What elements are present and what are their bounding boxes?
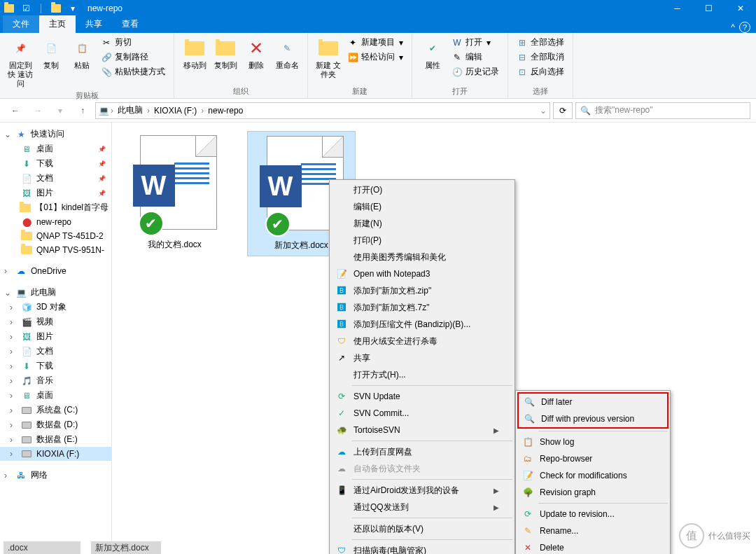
sm-updaterev[interactable]: ⟳Update to revision... [517,506,668,522]
dropdown-icon[interactable]: ⌄ [540,106,547,116]
cm-addzip[interactable]: 🅱添加到"新加文档.zip" [331,282,513,299]
maximize-button[interactable]: ☐ [693,0,724,16]
pasteshortcut-button[interactable]: 📎粘贴快捷方式 [98,65,168,78]
sidebar-thispc[interactable]: ⌄💻此电脑 [0,285,111,300]
back-button[interactable]: ← [6,102,25,119]
crumb-drive[interactable]: KIOXIA (F:) [151,106,200,116]
sidebar-pictures2[interactable]: ›🖼图片 [0,329,111,344]
cm-tortoisesvn[interactable]: 🐢TortoiseSVN▶ [331,422,513,438]
selectall-button[interactable]: ⊞全部选择 [514,36,567,49]
cm-meitu[interactable]: 使用美图秀秀编辑和美化 [331,249,513,265]
tab-share[interactable]: 共享 [76,15,112,33]
word-doc-icon: W ✔ [133,135,217,233]
check-icon[interactable]: ☑ [21,4,31,13]
edit-button[interactable]: ✎编辑 [449,50,502,64]
up-button[interactable]: ↑ [73,102,92,119]
history-button[interactable]: 🕘历史记录 [449,65,502,78]
cm-notepad3[interactable]: 📝Open with Notepad3 [331,265,513,282]
sidebar-kindel[interactable]: 【01】kindel首字母 [0,200,111,215]
selectnone-button[interactable]: ⊟全部取消 [514,50,567,64]
newfolder-button[interactable]: 新建 文件夹 [314,36,343,81]
sidebar-sysdisk[interactable]: ›系统盘 (C:) [0,403,111,417]
cm-airdroid[interactable]: 📱通过AirDroid发送到我的设备▶ [331,482,513,499]
paste-button[interactable]: 📋粘贴 [67,36,97,71]
crumb-folder[interactable]: new-repo [205,106,246,116]
sm-showlog[interactable]: 📋Show log [517,434,668,450]
folder-icon [4,4,14,13]
properties-button[interactable]: ✔属性 [418,36,447,71]
sidebar-datadisk1[interactable]: ›数据盘 (D:) [0,417,111,432]
copypath-button[interactable]: 🔗复制路径 [98,50,168,64]
sidebar-downloads[interactable]: ⬇下载📌 [0,156,111,171]
invert-button[interactable]: ⊡反向选择 [514,65,567,78]
sidebar-desktop[interactable]: 🖥桌面📌 [0,141,111,156]
cm-qq[interactable]: 通过QQ发送到▶ [331,499,513,515]
cm-share[interactable]: ↗共享 [331,349,513,366]
cm-restore[interactable]: 还原以前的版本(V) [331,520,513,537]
sidebar-kioxia[interactable]: ›KIOXIA (F:) [0,447,111,461]
copyto-button[interactable]: 复制到 [211,36,240,71]
cm-svncommit[interactable]: ✓SVN Commit... [331,405,513,422]
tab-view[interactable]: 查看 [112,15,148,33]
tab-file[interactable]: 文件 [3,15,39,33]
moveto-button[interactable]: 移动到 [180,36,209,71]
cm-baidu[interactable]: ☁上传到百度网盘 [331,443,513,460]
copy-button[interactable]: 📄复制 [36,36,66,71]
sm-delete[interactable]: ✕Delete [517,539,668,554]
sidebar-qnap2[interactable]: QNAP TVS-951N- [0,243,111,257]
sm-difflater[interactable]: 🔍Diff later [519,394,667,410]
sm-revgraph[interactable]: 🌳Revision graph [517,484,668,501]
help-icon[interactable]: ? [739,22,750,33]
cm-print[interactable]: 打印(P) [331,232,513,249]
cm-edit[interactable]: 编辑(E) [331,198,513,215]
sidebar-network[interactable]: ›🖧网络 [0,468,111,483]
open-button[interactable]: W打开▾ [449,36,502,49]
folder-open-icon[interactable] [51,4,61,13]
sm-repobrowser[interactable]: 🗂Repo-browser [517,450,668,467]
cm-scanvirus[interactable]: 🛡扫描病毒(电脑管家) [331,542,513,554]
cm-open[interactable]: 打开(O) [331,181,513,198]
sidebar-datadisk2[interactable]: ›数据盘 (E:) [0,432,111,447]
forward-button[interactable]: → [28,102,48,119]
crumb-thispc[interactable]: 此电脑 [115,104,146,116]
breadcrumb[interactable]: 💻 › 此电脑 › KIOXIA (F:) › new-repo ⌄ [95,102,550,119]
file-item-1[interactable]: W ✔ 我的文档.docx [120,131,229,255]
collapse-ribbon-icon[interactable]: ^ [731,22,735,32]
sidebar-3d[interactable]: ›🧊3D 对象 [0,300,111,314]
cm-new[interactable]: 新建(N) [331,215,513,232]
tab-home[interactable]: 主页 [39,15,76,33]
sidebar-qnap1[interactable]: QNAP TS-451D-2 [0,229,111,243]
cm-svnupdate[interactable]: ⟳SVN Update [331,388,513,405]
delete-button[interactable]: ✕删除 [241,36,271,71]
cm-bandizip[interactable]: 🅱添加到压缩文件 (Bandizip)(B)... [331,316,513,333]
minimize-button[interactable]: ─ [662,0,693,16]
sidebar-quickaccess[interactable]: ⌄★快速访问 [0,127,111,141]
pc-icon: 💻 [99,106,109,116]
sidebar-documents2[interactable]: ›📄文档 [0,344,111,359]
recent-button[interactable]: ▾ [50,102,70,119]
cm-huorong[interactable]: 🛡使用火绒安全进行杀毒 [331,333,513,349]
pin-button[interactable]: 📌固定到快 速访问 [6,36,35,90]
sidebar-music[interactable]: ›🎵音乐 [0,373,111,388]
cm-add7z[interactable]: 🅱添加到"新加文档.7z" [331,299,513,316]
sm-rename[interactable]: ✎Rename... [517,522,668,539]
cm-openwith[interactable]: 打开方式(H)... [331,366,513,383]
sidebar-documents[interactable]: 📄文档📌 [0,171,111,186]
sidebar-videos[interactable]: ›🎬视频 [0,314,111,329]
search-input[interactable]: 🔍 搜索"new-repo" [575,102,750,119]
sm-checkmods[interactable]: 📝Check for modifications [517,467,668,484]
refresh-button[interactable]: ⟳ [553,102,573,119]
watermark: 值 什么值得买 [679,523,750,548]
overflow-icon[interactable]: ▾ [68,4,78,13]
cut-button[interactable]: ✂剪切 [98,36,168,49]
sm-diffprev[interactable]: 🔍Diff with previous version [519,410,667,427]
sidebar-downloads2[interactable]: ›⬇下载 [0,359,111,373]
sidebar-onedrive[interactable]: ›☁OneDrive [0,264,111,278]
easyaccess-button[interactable]: ⏩轻松访问▾ [344,50,406,64]
sidebar-newrepo[interactable]: ⬤new-repo [0,215,111,229]
sidebar-desktop2[interactable]: ›🖥桌面 [0,388,111,403]
sidebar-pictures[interactable]: 🖼图片📌 [0,186,111,200]
newitem-button[interactable]: ✦新建项目▾ [344,36,406,49]
rename-button[interactable]: ✎重命名 [272,36,302,71]
close-button[interactable]: ✕ [724,0,756,16]
